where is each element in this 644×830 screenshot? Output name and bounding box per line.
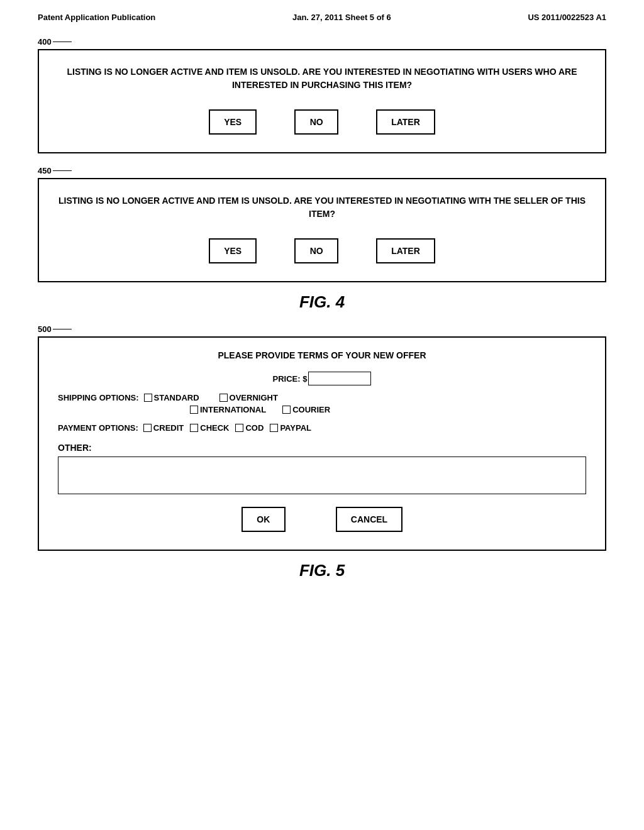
price-row: PRICE: $: [58, 372, 586, 385]
diagram-500-label: 500: [38, 324, 606, 334]
dialog-400-text: LISTING IS NO LONGER ACTIVE AND ITEM IS …: [58, 65, 586, 92]
paypal-label: PAYPAL: [280, 423, 311, 433]
diagram-400-wrapper: 400 LISTING IS NO LONGER ACTIVE AND ITEM…: [38, 37, 606, 153]
payment-credit-item: CREDIT: [143, 423, 184, 433]
ok-button[interactable]: OK: [242, 507, 286, 532]
price-label: PRICE: $: [273, 374, 308, 384]
cod-label: COD: [245, 423, 264, 433]
diagram-450-wrapper: 450 LISTING IS NO LONGER ACTIVE AND ITEM…: [38, 166, 606, 282]
shipping-section: SHIPPING OPTIONS: STANDARD OVERNIGHT INT…: [58, 393, 586, 414]
form-title: PLEASE PROVIDE TERMS OF YOUR NEW OFFER: [58, 350, 586, 360]
shipping-standard-item: STANDARD: [144, 393, 199, 402]
paypal-checkbox[interactable]: [270, 424, 278, 432]
dialog-450-no-button[interactable]: NO: [294, 238, 338, 263]
payment-check-item: CHECK: [190, 423, 229, 433]
other-label: OTHER:: [58, 443, 586, 453]
cancel-button[interactable]: CANCEL: [336, 507, 402, 532]
shipping-overnight-item: OVERNIGHT: [219, 393, 278, 402]
payment-paypal-item: PAYPAL: [270, 423, 311, 433]
dialog-400-buttons: YES NO LATER: [58, 109, 586, 135]
diagram-400-label: 400: [38, 37, 606, 47]
dialog-450-later-button[interactable]: LATER: [376, 238, 435, 263]
shipping-label: SHIPPING OPTIONS:: [58, 393, 139, 402]
dialog-450-buttons: YES NO LATER: [58, 238, 586, 263]
dialog-400-later-button[interactable]: LATER: [376, 109, 435, 135]
other-section: OTHER:: [58, 443, 586, 494]
credit-label: CREDIT: [153, 423, 184, 433]
cod-checkbox[interactable]: [235, 424, 243, 432]
overnight-label: OVERNIGHT: [230, 393, 278, 402]
courier-checkbox[interactable]: [282, 406, 291, 414]
check-label: CHECK: [200, 423, 229, 433]
dialog-450: LISTING IS NO LONGER ACTIVE AND ITEM IS …: [38, 178, 606, 282]
courier-label: COURIER: [292, 405, 330, 414]
header-left: Patent Application Publication: [38, 13, 155, 22]
overnight-checkbox[interactable]: [219, 394, 228, 402]
shipping-international-item: INTERNATIONAL: [190, 405, 266, 414]
dialog-450-yes-button[interactable]: YES: [209, 238, 257, 263]
dialog-500: PLEASE PROVIDE TERMS OF YOUR NEW OFFER P…: [38, 336, 606, 551]
check-checkbox[interactable]: [190, 424, 198, 432]
header-right: US 2011/0022523 A1: [528, 13, 606, 22]
payment-cod-item: COD: [235, 423, 264, 433]
fig4-caption: FIG. 4: [38, 292, 606, 312]
payment-section: PAYMENT OPTIONS: CREDIT CHECK COD PAYPAL: [58, 423, 586, 433]
form-action-row: OK CANCEL: [58, 507, 586, 532]
dialog-400-yes-button[interactable]: YES: [209, 109, 257, 135]
diagram-500-wrapper: 500 PLEASE PROVIDE TERMS OF YOUR NEW OFF…: [38, 324, 606, 551]
credit-checkbox[interactable]: [143, 424, 152, 432]
international-label: INTERNATIONAL: [200, 405, 266, 414]
price-input[interactable]: [308, 372, 371, 385]
international-checkbox[interactable]: [190, 406, 198, 414]
fig5-caption: FIG. 5: [38, 561, 606, 580]
header-middle: Jan. 27, 2011 Sheet 5 of 6: [292, 13, 391, 22]
standard-label: STANDARD: [154, 393, 199, 402]
diagram-450-label: 450: [38, 166, 606, 175]
page-header: Patent Application Publication Jan. 27, …: [38, 13, 606, 25]
dialog-450-text: LISTING IS NO LONGER ACTIVE AND ITEM IS …: [58, 194, 586, 221]
shipping-courier-item: COURIER: [282, 405, 330, 414]
dialog-400: LISTING IS NO LONGER ACTIVE AND ITEM IS …: [38, 49, 606, 153]
payment-label: PAYMENT OPTIONS:: [58, 423, 138, 433]
standard-checkbox[interactable]: [144, 394, 152, 402]
dialog-400-no-button[interactable]: NO: [294, 109, 338, 135]
other-textarea[interactable]: [58, 456, 586, 494]
